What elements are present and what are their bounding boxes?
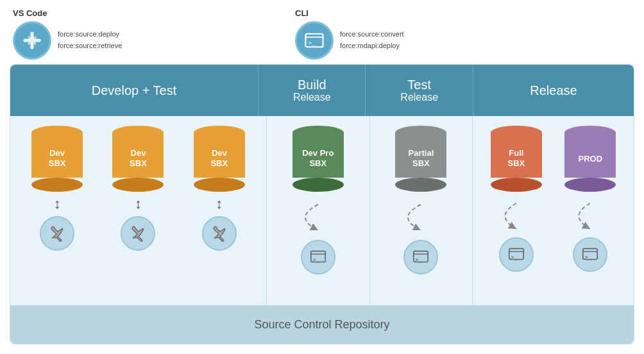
test-cli-icon: >_: [403, 240, 438, 274]
header-release: Release: [473, 65, 634, 116]
dev-sbx-2: Dev SBX ↕: [112, 126, 164, 251]
main-container: VS Code force:source:deploy force:s: [0, 0, 644, 354]
full-sbx: Full SBX: [484, 126, 548, 272]
source-control-bar: Source Control Repository: [10, 305, 634, 344]
arrow-3: ↕: [216, 197, 223, 211]
release-arrow-1-svg: [484, 200, 548, 232]
svg-point-9: [52, 237, 55, 239]
arrow-2: ↕: [135, 197, 142, 211]
vscode-tool: VS Code force:source:deploy force:s: [13, 10, 122, 60]
tool-icon-3: [202, 216, 237, 251]
headers-row: Develop + Test Build Release Test Releas…: [10, 65, 634, 116]
svg-text:>_: >_: [585, 254, 592, 260]
tool-icon-2: [121, 216, 155, 251]
vscode-commands: force:source:deploy force:source:retriev…: [58, 29, 122, 51]
header-build: Build Release: [258, 65, 365, 116]
devpro-sbx: Dev Pro SBX: [292, 126, 344, 192]
prod-sbx: PROD: [558, 126, 622, 272]
cli-tool: CLI >_ force:source:convert force:mdapi:…: [295, 10, 404, 60]
top-area: VS Code force:source:deploy force:s: [0, 0, 644, 71]
header-develop: Develop + Test: [10, 65, 258, 116]
cli-label: CLI: [295, 8, 309, 18]
cli-commands: force:source:convert force:mdapi:deploy: [340, 29, 404, 51]
test-arrow-svg: [382, 201, 459, 233]
vscode-icon: [13, 21, 51, 60]
svg-text:>_: >_: [312, 257, 319, 263]
release-cli-icon-2: >_: [573, 237, 607, 272]
build-arrow-svg: [280, 201, 357, 233]
release-cli-icon-1: >_: [499, 237, 534, 272]
partial-sbx: Partial SBX: [395, 126, 446, 192]
tool-icon-1: [40, 216, 74, 251]
vscode-label: VS Code: [13, 8, 47, 18]
arrow-1: ↕: [54, 197, 61, 211]
dev-sbx-1: Dev SBX ↕: [31, 126, 83, 251]
diagram-area: Develop + Test Build Release Test Releas…: [10, 64, 634, 344]
svg-text:>_: >_: [511, 254, 518, 260]
svg-text:>_: >_: [416, 257, 423, 263]
release-arrow-2-svg: [558, 200, 622, 232]
svg-text:>_: >_: [309, 39, 316, 46]
cli-icon: >_: [295, 21, 334, 60]
build-cli-icon: >_: [301, 240, 335, 274]
header-test: Test Release: [365, 65, 472, 116]
dev-sbx-3: Dev SBX ↕: [194, 126, 245, 251]
svg-point-11: [214, 237, 216, 239]
svg-point-10: [133, 237, 135, 239]
source-control-label: Source Control Repository: [254, 318, 389, 332]
